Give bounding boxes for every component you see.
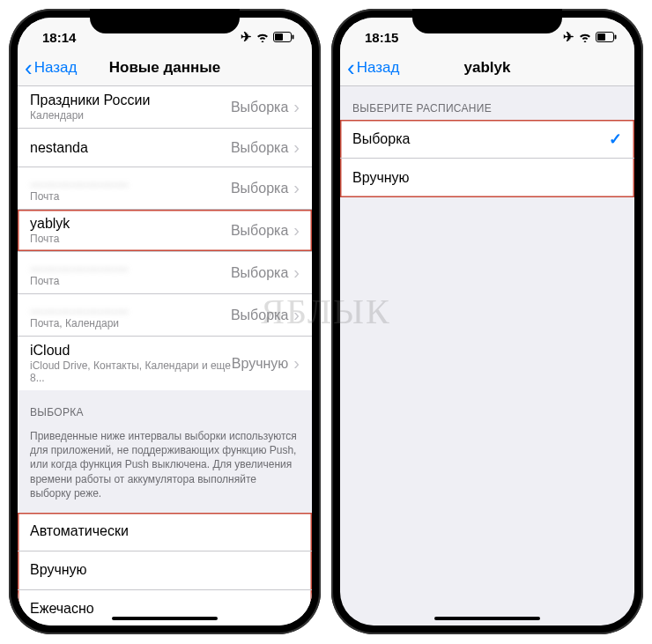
account-value: Вручную bbox=[232, 356, 289, 372]
fetch-option-label: Автоматически bbox=[30, 523, 300, 539]
account-value: Выборка bbox=[231, 265, 288, 281]
account-value: Выборка bbox=[231, 307, 288, 323]
account-title: ………………… bbox=[30, 258, 231, 274]
content-left[interactable]: Праздники РоссииКалендариВыборка›nestand… bbox=[18, 86, 312, 625]
fetch-option-row[interactable]: Вручную bbox=[18, 551, 312, 590]
account-title: ………………… bbox=[30, 300, 231, 316]
nav-bar: ‹ Назад yablyk bbox=[340, 49, 634, 86]
fetch-options-group: АвтоматическиВручнуюЕжечасноКаждые 30 ми… bbox=[18, 513, 312, 625]
accounts-group: Праздники РоссииКалендариВыборка›nestand… bbox=[18, 86, 312, 390]
account-row[interactable]: …………………Почта, КалендариВыборка› bbox=[18, 294, 312, 337]
account-title: yablyk bbox=[30, 216, 231, 232]
schedule-option-row[interactable]: Выборка✓ bbox=[340, 120, 634, 159]
chevron-right-icon: › bbox=[293, 220, 300, 241]
account-value: Выборка bbox=[231, 223, 288, 239]
account-row[interactable]: Праздники РоссииКалендариВыборка› bbox=[18, 86, 312, 129]
status-icons: ✈︎ bbox=[241, 29, 294, 45]
chevron-right-icon: › bbox=[293, 97, 300, 117]
fetch-option-row[interactable]: Автоматически bbox=[18, 513, 312, 551]
chevron-right-icon: › bbox=[293, 353, 300, 374]
battery-icon bbox=[273, 30, 294, 45]
checkmark-icon: ✓ bbox=[609, 130, 622, 149]
screen-right: 18:15 ✈︎ ‹ Назад yablyk ВЫБЕРИТЕ РАСПИСА… bbox=[340, 18, 634, 625]
back-button[interactable]: ‹ Назад bbox=[18, 56, 77, 79]
account-subtitle: Календари bbox=[30, 109, 231, 122]
account-title: ………………… bbox=[30, 174, 231, 189]
account-row[interactable]: …………………ПочтаВыборка› bbox=[18, 252, 312, 294]
schedule-options-group: Выборка✓Вручную bbox=[340, 120, 634, 197]
account-row[interactable]: yablykПочтаВыборка› bbox=[18, 210, 312, 252]
home-indicator[interactable] bbox=[112, 617, 218, 620]
content-right[interactable]: ВЫБЕРИТЕ РАСПИСАНИЕ Выборка✓Вручную bbox=[340, 86, 634, 625]
account-row[interactable]: iCloudiCloud Drive, Контакты, Календари … bbox=[18, 337, 312, 390]
status-icons: ✈︎ bbox=[563, 29, 617, 45]
svg-rect-5 bbox=[597, 33, 605, 41]
chevron-left-icon: ‹ bbox=[347, 56, 355, 79]
schedule-option-row[interactable]: Вручную bbox=[340, 159, 634, 197]
account-title: iCloud bbox=[30, 343, 232, 359]
chevron-right-icon: › bbox=[293, 137, 300, 158]
account-subtitle: Почта bbox=[30, 190, 231, 203]
phone-frame-left: 18:14 ✈︎ ‹ Назад Новые данные Праздники … bbox=[9, 9, 321, 634]
home-indicator[interactable] bbox=[434, 617, 540, 620]
airplane-icon: ✈︎ bbox=[563, 29, 574, 45]
battery-icon bbox=[596, 30, 617, 45]
account-row[interactable]: nestandaВыборка› bbox=[18, 129, 312, 167]
account-title: nestanda bbox=[30, 140, 231, 156]
screen-left: 18:14 ✈︎ ‹ Назад Новые данные Праздники … bbox=[18, 18, 312, 625]
wifi-icon bbox=[256, 30, 270, 45]
svg-rect-2 bbox=[275, 33, 283, 41]
account-value: Выборка bbox=[231, 100, 288, 115]
airplane-icon: ✈︎ bbox=[241, 29, 252, 45]
account-value: Выборка bbox=[231, 181, 288, 196]
section-header-schedule: ВЫБЕРИТЕ РАСПИСАНИЕ bbox=[340, 86, 634, 120]
account-subtitle: Почта bbox=[30, 233, 231, 245]
account-subtitle: Почта, Календари bbox=[30, 317, 231, 329]
chevron-right-icon: › bbox=[293, 305, 300, 325]
chevron-right-icon: › bbox=[293, 263, 300, 283]
schedule-option-label: Вручную bbox=[352, 170, 622, 186]
back-label: Назад bbox=[34, 59, 78, 77]
nav-bar: ‹ Назад Новые данные bbox=[18, 49, 312, 86]
section-footer-fetch: Приведенные ниже интервалы выборки испол… bbox=[18, 424, 312, 513]
schedule-option-label: Выборка bbox=[352, 131, 609, 147]
fetch-option-label: Ежечасно bbox=[30, 601, 300, 617]
chevron-right-icon: › bbox=[293, 178, 300, 198]
chevron-left-icon: ‹ bbox=[25, 56, 33, 79]
section-header-fetch: ВЫБОРКА bbox=[18, 390, 312, 424]
svg-rect-1 bbox=[293, 34, 294, 39]
account-subtitle: iCloud Drive, Контакты, Календари и еще … bbox=[30, 359, 232, 384]
phone-frame-right: 18:15 ✈︎ ‹ Назад yablyk ВЫБЕРИТЕ РАСПИСА… bbox=[331, 9, 643, 634]
status-time: 18:14 bbox=[42, 30, 76, 45]
fetch-option-label: Вручную bbox=[30, 562, 300, 578]
svg-rect-4 bbox=[615, 34, 617, 39]
back-button[interactable]: ‹ Назад bbox=[340, 56, 399, 79]
account-title: Праздники России bbox=[30, 93, 231, 108]
account-subtitle: Почта bbox=[30, 275, 231, 287]
notch bbox=[412, 9, 562, 33]
back-label: Назад bbox=[357, 59, 400, 77]
notch bbox=[90, 9, 240, 33]
status-time: 18:15 bbox=[365, 30, 398, 45]
account-row[interactable]: …………………ПочтаВыборка› bbox=[18, 167, 312, 210]
wifi-icon bbox=[578, 30, 592, 45]
account-value: Выборка bbox=[231, 140, 288, 156]
